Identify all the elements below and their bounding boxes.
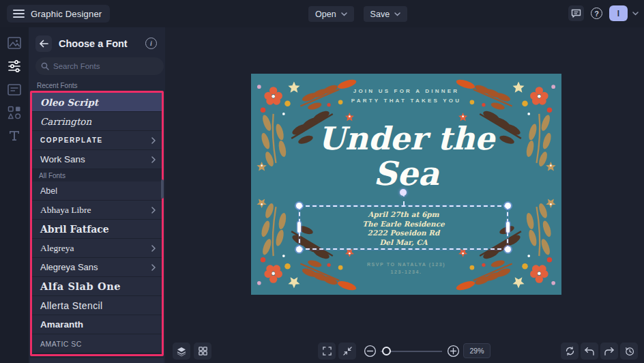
font-item-oleo-script[interactable]: Oleo Script [32,93,162,112]
history-button[interactable] [620,343,638,360]
font-item-copperplate[interactable]: Copperplate [32,131,162,150]
card-rsvp-line1[interactable]: RSVP TO NATALYA (123) [251,262,561,267]
font-item-alfa-slab-one[interactable]: Alfa Slab One [32,277,162,296]
selection-handle-left[interactable] [297,222,301,233]
zoom-in-button[interactable] [444,343,462,360]
history-clock-icon [624,346,634,356]
font-item-label: Alegreya [40,243,74,254]
selection-rotation-handle[interactable] [400,189,407,196]
redo-icon [604,347,615,356]
card-eyebrow-line1[interactable]: JOIN US FOR A DINNER [251,88,561,94]
card-details-line2: The Earle Residence [300,220,507,229]
plus-circle-icon [447,345,460,358]
save-button[interactable]: Save [364,6,408,22]
chevron-right-icon [151,264,156,271]
sidebar-item-templates[interactable] [4,81,25,98]
selection-handle-right[interactable] [506,222,510,233]
search-input[interactable] [53,62,158,70]
font-search-box[interactable] [35,57,164,75]
chevron-right-icon [151,207,156,214]
help-button[interactable]: ? [589,5,604,21]
card-rsvp-line2[interactable]: 123-1234. [251,270,561,274]
sidebar-item-edit[interactable] [4,57,25,75]
font-item-alegreya-sans[interactable]: Alegreya Sans [32,258,162,277]
selection-handle-top-right[interactable] [505,203,511,209]
font-item-label: Abhaya Libre [40,205,91,216]
font-item-carrington[interactable]: Carrington [32,112,162,131]
open-button[interactable]: Open [308,6,354,22]
selected-text-box[interactable]: April 27th at 6pm The Earle Residence 22… [299,205,508,250]
fullscreen-button[interactable] [318,343,336,360]
image-icon [8,37,21,49]
chevron-down-icon [632,12,639,16]
font-item-abril-fatface[interactable]: Abril Fatface [32,220,162,239]
card-eyebrow-line2[interactable]: PARTY THAT TAKES YOU [251,98,561,104]
zoom-slider[interactable] [381,343,442,360]
user-avatar[interactable]: I [609,5,628,21]
zoom-level-value: 29% [469,347,484,355]
comment-bubble-icon [571,9,581,18]
card-details-line4: Del Mar, CA [300,238,507,248]
zoom-out-button[interactable] [361,343,379,360]
font-item-label: Allerta Stencil [40,300,103,311]
save-button-label: Save [370,10,390,19]
feedback-button[interactable] [568,5,584,21]
main-menu-button[interactable]: Graphic Designer [7,5,110,23]
font-item-alegreya[interactable]: Alegreya [32,239,162,258]
panel-scrollbar[interactable] [161,179,164,199]
font-item-label: Amatic SC [40,340,82,348]
card-details-text: April 27th at 6pm The Earle Residence 22… [300,210,507,247]
account-menu-button[interactable] [632,12,639,16]
font-item-work-sans[interactable]: Work Sans [32,150,162,169]
invitation-card[interactable]: JOIN US FOR A DINNER PARTY THAT TAKES YO… [251,74,561,295]
design-canvas[interactable]: JOIN US FOR A DINNER PARTY THAT TAKES YO… [165,27,644,339]
fit-to-screen-icon [342,346,353,356]
card-details-line3: 2222 Poseidon Rd [300,229,507,238]
pages-grid-button[interactable] [194,343,211,360]
selection-handle-bottom-right[interactable] [505,246,511,252]
chevron-right-icon [151,245,156,252]
undo-icon [584,347,595,356]
undo-button[interactable] [581,343,598,360]
fullscreen-icon [322,346,332,356]
font-item-abel[interactable]: Abel [32,182,162,201]
shapes-icon [8,106,21,119]
selection-handle-bottom-left[interactable] [296,246,302,252]
reset-button[interactable] [561,343,579,360]
font-item-amatic-sc[interactable]: Amatic SC [32,334,162,353]
sidebar-item-text[interactable] [4,127,25,145]
help-icon: ? [591,8,602,19]
redo-button[interactable] [600,343,618,360]
selection-handle-top-left[interactable] [296,203,302,209]
font-list-highlight-frame: Oleo Script Carrington Copperplate Work … [30,91,164,356]
layers-icon [176,346,187,357]
fit-to-screen-button[interactable] [338,343,356,360]
minus-circle-icon [364,345,377,358]
sidebar-item-graphics[interactable] [4,104,25,121]
bottom-toolbar: 29% [165,339,644,363]
info-icon[interactable]: i [145,38,157,49]
back-button[interactable] [35,35,52,52]
tool-rail [0,27,29,363]
font-item-allerta-stencil[interactable]: Allerta Stencil [32,296,162,315]
card-title-line2[interactable]: Sea [251,157,561,190]
card-title-line1[interactable]: Under the [251,123,561,154]
top-bar: Graphic Designer Open Save ? I [0,0,644,27]
font-item-label: Abel [40,186,57,196]
zoom-slider-knob[interactable] [382,347,391,355]
chevron-down-icon [394,12,400,16]
font-item-abhaya-libre[interactable]: Abhaya Libre [32,201,162,220]
zoom-level-display[interactable]: 29% [463,343,491,358]
sidebar-item-image-manager[interactable] [4,34,25,52]
grid-icon [198,346,208,356]
app-title: Graphic Designer [31,9,102,19]
sliders-icon [8,59,21,73]
panel-title: Choose a Font [59,38,128,49]
font-item-amaranth[interactable]: Amaranth [32,315,162,334]
search-icon [41,62,49,70]
card-details-line1: April 27th at 6pm [300,210,507,220]
layers-button[interactable] [173,343,190,360]
font-item-label: Alegreya Sans [40,262,98,272]
font-item-label: Abril Fatface [40,224,109,235]
font-item-amble-clipped[interactable]: Amble [30,358,164,363]
